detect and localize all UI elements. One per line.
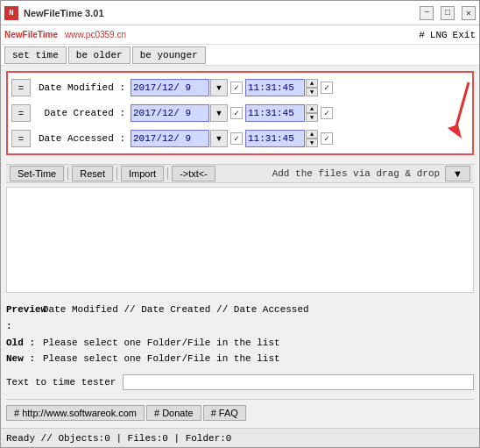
menu-lng[interactable]: LNG xyxy=(430,30,448,40)
spin-created-down[interactable]: ▼ xyxy=(306,113,318,122)
preview-new-row: New : Please select one Folder/File in t… xyxy=(6,351,474,367)
spin-modified: ▲ ▼ xyxy=(306,79,318,96)
donate-link-button[interactable]: # Donate xyxy=(146,405,201,421)
watermark-text: www.pc0359.cn xyxy=(65,30,126,39)
preview-header-text: Date Modified // Date Created // Date Ac… xyxy=(43,302,474,334)
menu-hash[interactable]: # xyxy=(419,30,425,40)
window-title: NewFileTime 3.01 xyxy=(24,8,104,18)
date-created-input[interactable] xyxy=(131,104,209,122)
date-accessed-row: = Date Accessed : ▼ ▲ ▼ xyxy=(11,127,469,150)
date-modified-label: Date Modified : xyxy=(34,82,131,93)
date-modified-row: = Date Modified : ▼ ▲ ▼ xyxy=(11,76,469,99)
app-icon: N xyxy=(4,6,18,20)
date-created-label: Date Created : xyxy=(34,108,131,118)
drag-drop-info: Add the files via drag & drop xyxy=(217,168,443,179)
toolbar-sep-3 xyxy=(167,167,168,180)
date-accessed-input[interactable] xyxy=(131,130,209,147)
date-modified-input[interactable] xyxy=(131,79,209,96)
date-created-row: = Date Created : ▼ ▲ ▼ xyxy=(11,102,469,124)
check-accessed-date[interactable] xyxy=(230,132,243,145)
check-created-date[interactable] xyxy=(230,107,243,119)
eq-modified-button[interactable]: = xyxy=(11,79,31,96)
website-link-button[interactable]: # http://www.softwareok.com xyxy=(6,405,145,421)
check-modified-time[interactable] xyxy=(321,82,333,94)
window-controls: − □ ✕ xyxy=(420,6,476,20)
status-text: Ready // Objects:0 | Files:0 | Folder:0 xyxy=(6,433,231,444)
cal-created-button[interactable]: ▼ xyxy=(210,104,228,122)
old-value-text: Please select one Folder/File in the lis… xyxy=(43,335,474,352)
spin-accessed-up[interactable]: ▲ xyxy=(306,130,318,139)
spin-created-up[interactable]: ▲ xyxy=(306,104,318,113)
spin-modified-down[interactable]: ▼ xyxy=(306,88,318,96)
main-window: N NewFileTime 3.01 − □ ✕ NewFileTime www… xyxy=(0,0,480,448)
spin-accessed-down[interactable]: ▼ xyxy=(306,139,318,147)
preview-label: Preview : xyxy=(6,302,43,334)
time-accessed-input[interactable] xyxy=(245,130,305,147)
date-rows-container: = Date Modified : ▼ ▲ ▼ = Date Created : xyxy=(6,71,474,155)
maximize-button[interactable]: □ xyxy=(441,6,455,20)
reset-button[interactable]: Reset xyxy=(72,166,113,181)
action-toolbar: Set-Time Reset Import ->txt<- Add the fi… xyxy=(6,164,474,183)
toolbar-sep-2 xyxy=(116,167,117,180)
old-label: Old : xyxy=(6,335,43,352)
bottom-links: # http://www.softwareok.com # Donate # F… xyxy=(6,403,474,423)
check-accessed-time[interactable] xyxy=(321,132,333,145)
eq-accessed-button[interactable]: = xyxy=(11,130,31,147)
divider xyxy=(6,399,474,400)
date-rows-wrapper: = Date Modified : ▼ ▲ ▼ = Date Created : xyxy=(6,71,474,160)
check-modified-date[interactable] xyxy=(230,82,243,94)
tester-input[interactable] xyxy=(123,374,474,390)
file-list[interactable] xyxy=(6,187,474,293)
time-modified-input[interactable] xyxy=(245,79,305,96)
cal-modified-button[interactable]: ▼ xyxy=(210,79,228,96)
time-created-input[interactable] xyxy=(245,104,305,122)
toolbar: set time be older be younger xyxy=(1,45,479,66)
be-younger-button[interactable]: be younger xyxy=(132,46,206,64)
text-tester-row: Text to time tester xyxy=(6,374,474,390)
new-value-text: Please select one Folder/File in the lis… xyxy=(43,351,474,367)
spin-created: ▲ ▼ xyxy=(306,104,318,122)
menu-exit[interactable]: Exit xyxy=(453,30,476,40)
dropdown-button[interactable]: ▼ xyxy=(445,166,470,181)
new-label: New : xyxy=(6,351,43,367)
import-button[interactable]: Import xyxy=(121,166,164,181)
toolbar-sep-1 xyxy=(67,167,68,180)
faq-link-button[interactable]: # FAQ xyxy=(203,405,246,421)
set-time-button[interactable]: set time xyxy=(4,46,67,64)
check-created-time[interactable] xyxy=(321,107,333,119)
preview-area: Preview : Date Modified // Date Created … xyxy=(6,298,474,371)
content-area: = Date Modified : ▼ ▲ ▼ = Date Created : xyxy=(1,66,479,428)
set-time-action-button[interactable]: Set-Time xyxy=(10,166,64,181)
statusbar: Ready // Objects:0 | Files:0 | Folder:0 xyxy=(1,428,479,447)
spin-modified-up[interactable]: ▲ xyxy=(306,79,318,88)
spin-accessed: ▲ ▼ xyxy=(306,130,318,147)
menubar: NewFileTime www.pc0359.cn # LNG Exit xyxy=(1,25,479,45)
cal-accessed-button[interactable]: ▼ xyxy=(210,130,228,147)
eq-created-button[interactable]: = xyxy=(11,104,31,122)
close-button[interactable]: ✕ xyxy=(462,6,476,20)
tester-label: Text to time tester xyxy=(6,377,116,388)
date-accessed-label: Date Accessed : xyxy=(34,133,131,144)
preview-header-row: Preview : Date Modified // Date Created … xyxy=(6,302,474,334)
be-older-button[interactable]: be older xyxy=(68,46,131,64)
titlebar: N NewFileTime 3.01 − □ ✕ xyxy=(1,1,479,25)
minimize-button[interactable]: − xyxy=(420,6,434,20)
txt-button[interactable]: ->txt<- xyxy=(172,166,215,181)
app-logo: NewFileTime xyxy=(4,30,58,39)
preview-old-row: Old : Please select one Folder/File in t… xyxy=(6,335,474,352)
